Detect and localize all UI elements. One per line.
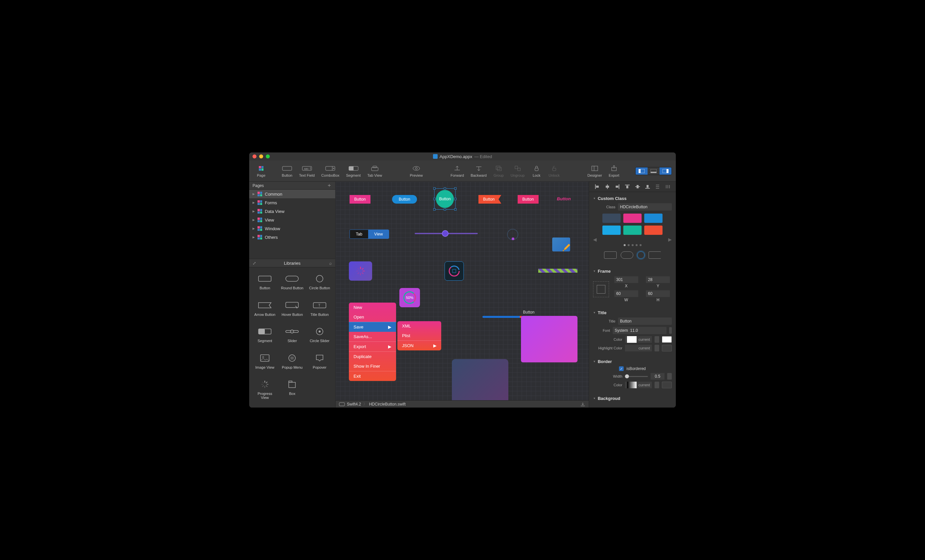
canvas-button-circle[interactable]: Button [436,190,454,208]
distribute-v-icon[interactable] [666,184,670,189]
add-page-button[interactable]: ＋ [327,182,332,189]
canvas-box[interactable]: Button [521,316,577,362]
menu-exit[interactable]: Exit [349,371,396,381]
page-item-window[interactable]: ▶Window [249,224,335,233]
border-width-input[interactable] [651,373,664,379]
segment-tool[interactable]: Segment [343,165,363,178]
designer-tool[interactable]: Designer [585,165,605,178]
expand-icon[interactable]: ⤢ [253,261,256,266]
align-right-icon[interactable] [615,184,620,189]
backward-tool[interactable]: Backward [468,165,489,178]
minimize-window-button[interactable] [259,154,263,158]
lib-circle-slider[interactable]: Circle Slider [307,323,333,348]
submenu-json[interactable]: JSON▶ [398,340,441,351]
title-color-picker[interactable]: current [625,336,652,343]
menu-duplicate[interactable]: Duplicate [349,351,396,361]
lib-circle-button[interactable]: Circle Button [307,270,333,295]
distribute-h-icon[interactable] [655,184,660,189]
lib-title-button[interactable]: TTitle Button [307,297,333,322]
highlight-color-well[interactable] [662,345,672,351]
border-color-picker[interactable]: current [625,382,652,388]
canvas-button-blue[interactable]: Button [392,195,417,203]
combobox-tool[interactable]: ComboBox [319,165,342,178]
tabview-tool[interactable]: Tab View [365,165,385,178]
export-tool[interactable]: Export [606,165,622,178]
view-left-panel-toggle[interactable] [636,167,648,175]
page-item-common[interactable]: ▶Common [249,190,335,198]
border-color-well[interactable] [662,382,672,388]
align-top-icon[interactable] [625,184,630,189]
canvas[interactable]: Button Button Button Button Button Butto… [336,182,589,408]
title-input[interactable] [618,318,672,325]
align-left-icon[interactable] [595,184,600,189]
page-item-forms[interactable]: ▶Forms [249,198,335,207]
class-input[interactable] [618,203,672,211]
search-icon[interactable]: ⌕ [329,261,332,266]
breadcrumb-file[interactable]: HDCircleButton.swift [369,402,406,406]
align-bottom-icon[interactable] [645,184,650,189]
submenu-plist[interactable]: Plist [398,331,441,340]
lib-button[interactable]: Button [252,270,278,295]
swatch-2[interactable] [623,214,642,223]
canvas-progress-bar[interactable] [482,316,522,318]
title-color-well[interactable] [662,336,672,343]
bordered-checkbox[interactable]: ✓ [619,366,624,371]
frame-w-input[interactable] [614,290,638,297]
swatch-prev[interactable]: ◀ [593,237,597,242]
page-tool[interactable]: Page [253,165,269,178]
canvas-submenu[interactable]: XML Plist JSON▶ [398,321,441,351]
frame-x-input[interactable] [614,276,638,283]
menu-open[interactable]: Open [349,312,396,322]
page-item-dataview[interactable]: ▶Data View [249,207,335,215]
swatch-4[interactable] [603,226,621,235]
frame-y-input[interactable] [646,276,670,283]
shape-rounded[interactable] [621,251,633,259]
lib-slider[interactable]: Slider [279,323,305,348]
close-window-button[interactable] [253,154,256,158]
canvas-button-arrow[interactable]: Button [478,195,502,203]
lib-round-button[interactable]: Round Button [279,270,305,295]
slider-thumb[interactable] [442,230,449,237]
canvas-segment[interactable]: TabView [350,229,389,239]
canvas-button-hover[interactable]: Button [518,195,539,203]
canvas-progress-3[interactable] [444,261,464,281]
canvas-image-view[interactable] [552,238,570,251]
maximize-window-button[interactable] [266,154,270,158]
lib-popover[interactable]: Popover [307,349,333,375]
menu-saveas[interactable]: SaveAs... [349,332,396,342]
lock-tool[interactable]: Lock [529,165,545,178]
canvas-progress-2[interactable]: 50% [399,288,420,307]
menu-new[interactable]: New [349,303,396,312]
page-item-view[interactable]: ▶View [249,215,335,224]
canvas-popup-menu[interactable]: New Open Save▶ SaveAs... Export▶ Duplica… [349,303,396,381]
border-color-stepper[interactable] [655,382,659,388]
canvas-button-text[interactable]: Button [557,196,571,201]
shape-arrow[interactable] [649,251,661,259]
lib-popup-menu[interactable]: Popup Menu [279,349,305,375]
frame-diagram[interactable] [593,282,609,297]
hcolor-stepper[interactable] [655,345,659,351]
swatch-6[interactable] [644,226,663,235]
align-hcenter-icon[interactable] [605,184,610,189]
canvas-progress-stripes[interactable] [538,269,577,273]
font-stepper[interactable] [669,327,672,334]
menu-showinfiner[interactable]: Show In Finer [349,361,396,371]
button-tool[interactable]: Button [279,165,295,178]
menu-save[interactable]: Save▶ [349,322,396,332]
align-vcenter-icon[interactable] [635,184,640,189]
swatch-1[interactable] [603,214,621,223]
highlight-color-picker[interactable]: current [625,345,652,351]
lib-arrow-button[interactable]: Arrow Button [252,297,278,322]
border-width-stepper[interactable] [667,373,672,379]
canvas-progress-1[interactable] [349,261,372,281]
lib-progress-view[interactable]: Progress View [252,376,278,405]
canvas-slider[interactable] [415,233,478,234]
swatch-5[interactable] [623,226,642,235]
shape-rect[interactable] [604,251,617,259]
lib-segment[interactable]: Segment [252,323,278,348]
submenu-xml[interactable]: XML [398,321,441,331]
swatch-3[interactable] [644,214,663,223]
menu-export[interactable]: Export▶ [349,342,396,351]
view-right-panel-toggle[interactable] [660,167,672,175]
canvas-circle-slider[interactable] [507,229,518,240]
